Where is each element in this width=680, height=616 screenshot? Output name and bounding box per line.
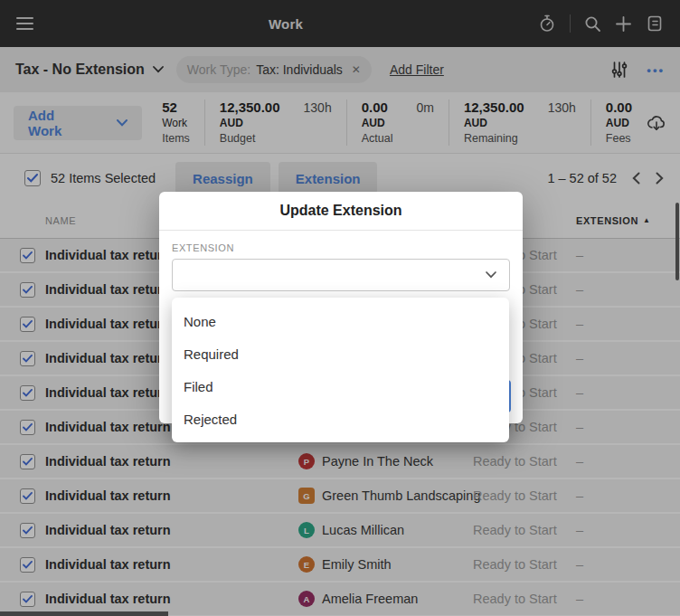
extension-select[interactable] [172, 259, 510, 291]
dropdown-option-filed[interactable]: Filed [172, 370, 509, 403]
dropdown-option-none[interactable]: None [172, 305, 509, 337]
modal-body: EXTENSION [159, 231, 523, 291]
chevron-down-icon [486, 271, 496, 279]
extension-options-dropdown: NoneRequiredFiledRejected [172, 298, 509, 442]
modal-header: Update Extension [159, 192, 523, 231]
dropdown-option-rejected[interactable]: Rejected [172, 403, 509, 435]
modal-title: Update Extension [279, 203, 401, 219]
dropdown-option-required[interactable]: Required [172, 337, 509, 370]
extension-field-label: EXTENSION [172, 242, 510, 253]
